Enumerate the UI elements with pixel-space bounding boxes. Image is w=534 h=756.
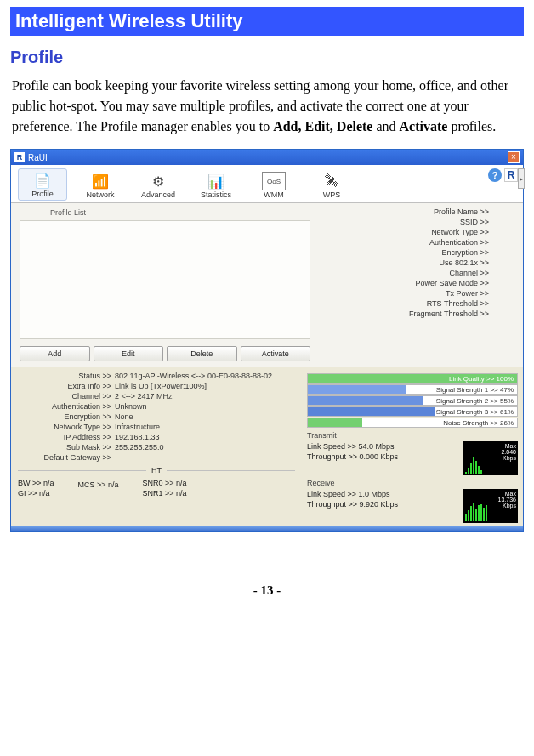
- ht-value: MCS >> n/a: [78, 480, 119, 490]
- status-key: IP Address >>: [18, 433, 111, 441]
- signal-bar: Signal Strength 1 >> 47%: [307, 384, 518, 395]
- detail-label: Tx Power >>: [446, 289, 489, 298]
- ht-value: BW >> n/a: [18, 478, 54, 488]
- signal-bar: Noise Strength >> 26%: [307, 418, 518, 428]
- detail-label: Network Type >>: [431, 228, 489, 236]
- receive-chart: Max 13.736 Kbps: [463, 489, 518, 523]
- gear-icon: ⚙: [146, 172, 170, 190]
- status-key: Default Gateway >>: [18, 453, 111, 462]
- status-value: Link is Up [TxPower:100%]: [115, 382, 207, 390]
- signal-bar: Link Quality >> 100%: [307, 373, 518, 384]
- chart-max-value: 2.040: [501, 449, 516, 455]
- tab-label: Profile: [31, 190, 54, 198]
- status-value: 192.168.1.33: [115, 433, 160, 441]
- tab-wps[interactable]: 🛰 WPS: [307, 170, 356, 201]
- tab-label: WMM: [264, 190, 284, 199]
- ht-value: SNR1 >> n/a: [143, 488, 187, 498]
- add-button[interactable]: Add: [20, 346, 90, 361]
- profile-list-label: Profile List: [50, 208, 314, 217]
- close-icon[interactable]: ×: [508, 151, 520, 163]
- signal-bar: Signal Strength 2 >> 55%: [307, 395, 518, 406]
- status-key: Status >>: [18, 372, 111, 380]
- status-panel: Status >>802.11g-AP -Wireless <--> 00-E0…: [11, 367, 302, 526]
- profile-list-panel: Profile List Add Edit Delete Activate: [11, 203, 319, 367]
- ht-value: SNR0 >> n/a: [143, 478, 187, 488]
- ht-divider: HT: [18, 466, 295, 475]
- status-value: 255.255.255.0: [115, 443, 164, 452]
- bar-label: Signal Strength 2 >> 55%: [436, 397, 514, 405]
- app-window: R RaUI × 📄 Profile 📶 Network ⚙ Advanced …: [10, 149, 524, 532]
- bar-label: Noise Strength >> 26%: [443, 419, 514, 427]
- tab-label: Advanced: [141, 190, 175, 199]
- detail-label: Fragment Threshold >>: [409, 310, 489, 318]
- page-heading: Intelligent Wireless Utility: [10, 7, 524, 36]
- window-titlebar: R RaUI ×: [11, 150, 523, 165]
- detail-label: Profile Name >>: [434, 207, 489, 216]
- tab-statistics[interactable]: 📊 Statistics: [191, 170, 241, 201]
- transmit-link-speed: Link Speed >> 54.0 Mbps: [307, 441, 460, 452]
- ht-label: HT: [151, 466, 162, 475]
- detail-label: Use 802.1x >>: [439, 259, 489, 267]
- detail-label: Authentication >>: [429, 238, 489, 247]
- tab-advanced[interactable]: ⚙ Advanced: [134, 170, 183, 201]
- intro-paragraph: Profile can book keeping your favorite w…: [12, 76, 522, 137]
- transmit-label: Transmit: [307, 431, 518, 440]
- detail-label: RTS Threshold >>: [427, 299, 489, 308]
- signal-bar: Signal Strength 3 >> 61%: [307, 406, 518, 417]
- status-value: Infrastructure: [115, 423, 160, 431]
- tab-network[interactable]: 📶 Network: [76, 170, 125, 201]
- status-value: 2 <--> 2417 MHz: [115, 392, 173, 401]
- tab-label: Network: [86, 190, 114, 199]
- intro-bold-1: Add, Edit, Delete: [273, 119, 372, 134]
- status-key: Authentication >>: [18, 402, 111, 411]
- activate-button[interactable]: Activate: [241, 346, 311, 361]
- ht-value: GI >> n/a: [18, 488, 54, 498]
- chart-max-value: 13.736: [498, 497, 516, 503]
- delete-button[interactable]: Delete: [167, 346, 237, 361]
- window-title: RaUI: [28, 153, 48, 162]
- status-key: Encryption >>: [18, 412, 111, 421]
- detail-label: Encryption >>: [441, 248, 489, 257]
- intro-bold-2: Activate: [400, 119, 448, 134]
- signal-panel: Link Quality >> 100% Signal Strength 1 >…: [302, 367, 523, 526]
- status-value: 802.11g-AP -Wireless <--> 00-E0-98-88-88…: [115, 372, 272, 380]
- bar-label: Link Quality >> 100%: [449, 375, 514, 383]
- status-key: Extra Info >>: [18, 382, 111, 390]
- chart-max-label: Max: [505, 491, 516, 497]
- help-icon[interactable]: ?: [488, 168, 502, 182]
- detail-label: SSID >>: [460, 218, 489, 226]
- receive-label: Receive: [307, 479, 518, 487]
- receive-link-speed: Link Speed >> 1.0 Mbps: [307, 489, 460, 499]
- transmit-throughput: Throughput >> 0.000 Kbps: [307, 452, 460, 462]
- window-footer: [11, 526, 523, 531]
- status-key: Channel >>: [18, 392, 111, 401]
- profile-detail-panel: Profile Name >> SSID >> Network Type >> …: [319, 203, 523, 367]
- chart-icon: 📊: [204, 172, 228, 190]
- brand-icon: R: [504, 168, 518, 182]
- wps-icon: 🛰: [320, 172, 344, 190]
- status-key: Network Type >>: [18, 423, 111, 431]
- detail-label: Power Save Mode >>: [415, 279, 489, 287]
- collapse-handle-icon[interactable]: ▸: [518, 168, 525, 189]
- receive-throughput: Throughput >> 9.920 Kbps: [307, 499, 460, 509]
- main-toolbar: 📄 Profile 📶 Network ⚙ Advanced 📊 Statist…: [11, 165, 523, 203]
- intro-text-3: profiles.: [447, 119, 496, 134]
- status-value: Unknown: [115, 402, 147, 411]
- bar-label: Signal Strength 1 >> 47%: [436, 386, 514, 394]
- section-heading: Profile: [10, 48, 524, 67]
- profile-icon: 📄: [31, 171, 54, 190]
- status-key: Sub Mask >>: [18, 443, 111, 452]
- profile-list[interactable]: [20, 220, 310, 339]
- tab-wmm[interactable]: QoS WMM: [249, 170, 298, 201]
- intro-text-2: and: [372, 119, 399, 134]
- page-number: - 13 -: [10, 583, 524, 598]
- transmit-chart: Max 2.040 Kbps: [463, 441, 518, 475]
- bar-label: Signal Strength 3 >> 61%: [436, 408, 514, 416]
- app-icon: R: [14, 152, 25, 162]
- edit-button[interactable]: Edit: [94, 346, 164, 361]
- tab-profile[interactable]: 📄 Profile: [18, 168, 67, 201]
- chart-max-label: Max: [505, 443, 516, 449]
- qos-icon: QoS: [262, 172, 286, 190]
- tab-label: WPS: [323, 190, 341, 199]
- network-icon: 📶: [88, 172, 112, 190]
